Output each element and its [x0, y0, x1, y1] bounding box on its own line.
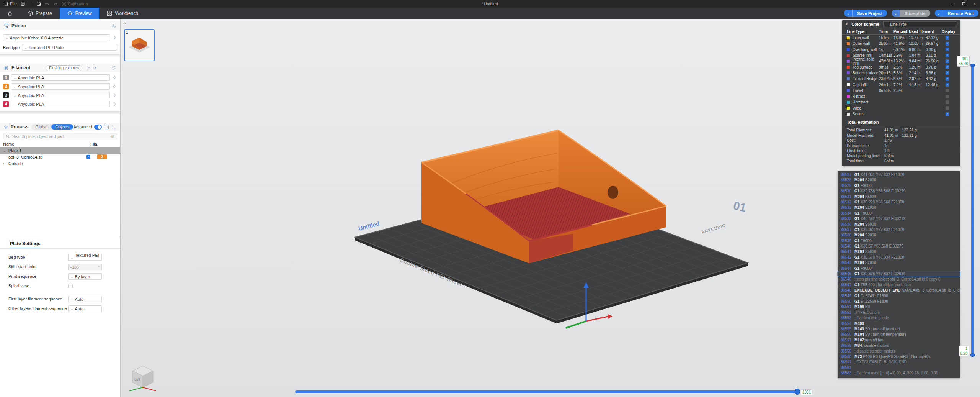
filament-edit-icon[interactable]: [112, 75, 117, 80]
layer-slider-top-handle[interactable]: [970, 64, 975, 67]
scope-objects[interactable]: Objects: [51, 124, 73, 130]
gcode-line[interactable]: 86563; filament used [mm] = 0.00, 41309.…: [838, 371, 960, 376]
maximize-button[interactable]: [959, 0, 969, 8]
home-button[interactable]: [0, 8, 20, 19]
setting-control[interactable]: -135°: [68, 264, 102, 270]
calibration-menu[interactable]: Calibration: [62, 2, 88, 6]
gcode-line[interactable]: 86539G1 F9000: [838, 238, 960, 244]
gcode-line[interactable]: 86538M204 S2000: [838, 233, 960, 238]
gcode-line[interactable]: 86540G1 X38.67 Y66.568 E.03279: [838, 244, 960, 249]
printer-settings-icon[interactable]: [111, 23, 116, 28]
move-slider-handle[interactable]: [795, 389, 800, 395]
gcode-line[interactable]: 86559; disable stepper motors: [838, 349, 960, 354]
gcode-line[interactable]: 86560M73 P100 R0 QuietR0 SportR0 ; Norma…: [838, 354, 960, 359]
chevron-right-icon[interactable]: ›: [3, 162, 8, 166]
gcode-line[interactable]: 86550G1 E-.22569 F1800: [838, 299, 960, 304]
setting-control[interactable]: ⌄Textured PEI ...: [68, 254, 102, 261]
scope-global[interactable]: Global: [31, 124, 51, 130]
sync-filament-icon[interactable]: [111, 65, 116, 71]
flushing-volumes-button[interactable]: Flushing volumes: [46, 65, 82, 71]
gcode-line[interactable]: 86545G1 X39.376 Y67.832 E.02069: [838, 271, 960, 277]
gcode-line[interactable]: 86543M204 S2000: [838, 260, 960, 266]
setting-control[interactable]: ⌄Auto: [68, 296, 102, 302]
display-checkbox[interactable]: ✓: [946, 36, 949, 40]
display-checkbox[interactable]: ✓: [946, 42, 949, 46]
clear-search-icon[interactable]: ⊗: [111, 134, 114, 139]
spiral-vase-checkbox[interactable]: [68, 284, 73, 288]
redo-button[interactable]: [53, 2, 58, 6]
display-checkbox[interactable]: ✓: [946, 83, 949, 87]
journal-menu[interactable]: [21, 2, 25, 6]
gcode-line[interactable]: 86532G1 X39.228 Y66.568 F21000: [838, 200, 960, 205]
filament-color-chip[interactable]: 1: [3, 75, 9, 80]
gcode-line[interactable]: 86558M84; disable motors: [838, 343, 960, 348]
move-slider[interactable]: [295, 390, 799, 393]
filament-color-chip[interactable]: 4: [3, 101, 9, 107]
tab-workbench[interactable]: Workbench: [99, 8, 145, 19]
save-project-button[interactable]: ⌄ Save Project: [844, 10, 887, 17]
bed-type-select[interactable]: ⌄ Textured PEI Plate: [22, 44, 117, 51]
tree-row-group[interactable]: ›Outside: [0, 160, 120, 167]
layer-slider-bottom-handle[interactable]: [970, 353, 975, 357]
display-checkbox[interactable]: [946, 106, 949, 110]
gcode-line[interactable]: 86528M204 S2000: [838, 177, 960, 183]
gcode-line[interactable]: 86548EXCLUDE_OBJECT_END NAME=obj_3_Corpo…: [838, 288, 960, 293]
filament-preset-select[interactable]: ⌄Anycubic PLA: [11, 92, 110, 98]
filament-edit-icon[interactable]: [112, 84, 117, 89]
gcode-line[interactable]: 86542G1 X38.578 Y67.034 F21000: [838, 255, 960, 260]
filament-color-chip[interactable]: 2: [3, 84, 9, 89]
display-checkbox[interactable]: ✓: [946, 71, 949, 75]
slice-plate-button[interactable]: ⌄ Slice plate: [892, 10, 930, 17]
filament-edit-icon[interactable]: [112, 102, 117, 107]
search-input[interactable]: Search plate, object and part. ⊗: [3, 133, 117, 139]
compare-presets-icon[interactable]: AB: [111, 125, 116, 130]
remove-filament-icon[interactable]: [85, 66, 90, 71]
gcode-line[interactable]: 86529G1 F9000: [838, 183, 960, 189]
remote-print-button[interactable]: ⌄ Remote Print: [935, 10, 978, 17]
tab-prepare[interactable]: Prepare: [20, 8, 60, 19]
setting-control[interactable]: ⌄Auto: [68, 305, 102, 312]
tab-preview[interactable]: Preview: [60, 8, 100, 19]
gcode-line[interactable]: 86527G1 X41.051 Y67.832 F21000: [838, 172, 960, 177]
add-filament-icon[interactable]: [92, 66, 97, 71]
printer-preset-select[interactable]: ⌄ Anycubic Kobra X 0.4 nozzle: [3, 34, 110, 41]
setting-control[interactable]: ⌄By layer: [68, 273, 102, 280]
gcode-line[interactable]: 86531M204 S5000: [838, 194, 960, 200]
gcode-line[interactable]: 86557M107;turn off fan: [838, 338, 960, 343]
gcode-line[interactable]: 86561; EXECUTABLE_BLOCK_END: [838, 359, 960, 365]
expand-panel-icon[interactable]: ‹ ›: [123, 21, 125, 25]
gcode-line[interactable]: 86536M204 S5000: [838, 222, 960, 227]
gcode-line[interactable]: 86530G1 X39.786 Y66.568 E.03279: [838, 189, 960, 194]
gcode-line[interactable]: 86534G1 F9000: [838, 211, 960, 216]
slice-plate-dropdown-icon[interactable]: ⌄: [892, 10, 900, 17]
layer-slider[interactable]: [971, 64, 974, 356]
parameter-table-icon[interactable]: [104, 125, 109, 130]
gcode-line[interactable]: 86555M140 S0 ; turn off heatbed: [838, 326, 960, 332]
gcode-line[interactable]: 86562: [838, 365, 960, 371]
save-project-dropdown-icon[interactable]: ⌄: [844, 10, 853, 17]
chevron-down-icon[interactable]: ⌄: [3, 149, 8, 153]
gcode-line[interactable]: 86547G1 Z55.400 ; for object exclusion: [838, 282, 960, 288]
gcode-line[interactable]: 86551M106 S0: [838, 304, 960, 310]
undo-button[interactable]: [45, 2, 49, 6]
gcode-line[interactable]: 86533M204 S2000: [838, 205, 960, 210]
color-scheme-select[interactable]: ⌄ Line Type: [883, 21, 957, 27]
filament-preset-select[interactable]: ⌄Anycubic PLA: [11, 83, 110, 90]
gcode-line[interactable]: 86541M204 S5000: [838, 249, 960, 254]
object-filament-chip[interactable]: 2: [97, 154, 107, 159]
display-checkbox[interactable]: [946, 95, 949, 98]
save-button[interactable]: [36, 2, 41, 6]
filament-edit-icon[interactable]: [112, 93, 117, 98]
gcode-line[interactable]: 86535G1 X40.492 Y67.832 E.03279: [838, 216, 960, 221]
display-checkbox[interactable]: ✓: [946, 65, 949, 69]
filament-preset-select[interactable]: ⌄Anycubic PLA: [11, 74, 110, 81]
tree-row-plate[interactable]: ⌄Plate 1: [0, 147, 120, 154]
nav-cube[interactable]: Left: [126, 359, 158, 394]
display-checkbox[interactable]: ✓: [946, 77, 949, 81]
file-menu[interactable]: File: [4, 2, 17, 6]
tree-row-object[interactable]: obj_3_Corpo14.stl✓2: [0, 154, 120, 160]
display-checkbox[interactable]: [946, 100, 949, 104]
minimize-button[interactable]: [948, 0, 959, 8]
display-checkbox[interactable]: ✓: [946, 59, 949, 63]
display-checkbox[interactable]: ✓: [946, 112, 949, 116]
